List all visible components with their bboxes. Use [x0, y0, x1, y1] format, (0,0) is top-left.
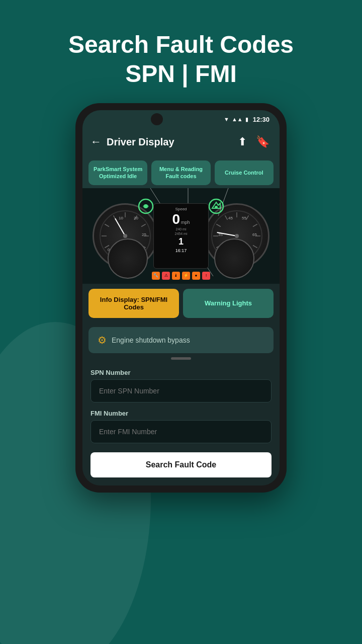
phone-mockup: ▼ ▲▲ ▮ 12:30 ← Driver Display ⬆ 🔖 ParkSm… — [75, 103, 287, 493]
svg-text:65: 65 — [252, 232, 257, 237]
status-time: 12:30 — [253, 116, 269, 123]
status-icons: ▼ ▲▲ ▮ 12:30 — [224, 116, 269, 123]
app-bar: ← Driver Display ⬆ 🔖 — [82, 128, 280, 155]
svg-text:45: 45 — [228, 216, 233, 220]
tab-section: Info Display: SPN/FMI Codes Warning Ligh… — [82, 284, 280, 323]
back-button[interactable]: ← — [90, 135, 102, 148]
warn-temp: 🌡 — [172, 272, 180, 280]
engine-shutdown-text: Engine shutdown bypass — [112, 336, 190, 344]
svg-line-25 — [253, 245, 257, 248]
svg-text:10: 10 — [119, 216, 123, 220]
page-header: Search Fault Codes SPN | FMI — [48, 0, 314, 103]
camera-notch — [151, 113, 163, 125]
warn-battery: ⚡ — [182, 272, 190, 280]
search-fault-button[interactable]: Search Fault Code — [90, 452, 272, 477]
odometer2: 2454 mi — [175, 232, 188, 235]
fmi-label: FMI Number — [90, 410, 272, 417]
quick-btn-cruise[interactable]: Cruise Control — [215, 160, 274, 185]
engine-shutdown-bar[interactable]: ⚙ Engine shutdown bypass — [88, 327, 274, 353]
svg-text:55: 55 — [242, 216, 246, 220]
center-display: Speed 0 mph 240 mi 2454 mi 1 16:17 — [153, 203, 209, 269]
svg-text:25: 25 — [142, 232, 146, 237]
warn-brake: ! — [202, 272, 210, 280]
svg-line-19 — [216, 224, 221, 226]
wifi-icon: ▼ — [224, 116, 229, 122]
left-indicator-icon — [138, 198, 154, 218]
phone-screen: ▼ ▲▲ ▮ 12:30 ← Driver Display ⬆ 🔖 ParkSm… — [82, 110, 280, 486]
notch-area — [93, 113, 221, 125]
svg-line-3 — [105, 224, 109, 226]
warn-tire: ● — [192, 272, 200, 280]
right-indicator-icon — [208, 198, 224, 218]
speed-label: Speed — [175, 207, 187, 211]
dashboard-background: 0 10 20 25 — [82, 188, 280, 284]
warn-oil: ⚠ — [162, 272, 170, 280]
warn-engine: 🔧 — [152, 272, 160, 280]
svg-point-11 — [123, 234, 127, 238]
svg-point-34 — [144, 204, 148, 208]
speed-unit: mph — [181, 220, 190, 225]
svg-line-22 — [246, 215, 249, 220]
svg-point-27 — [235, 234, 239, 238]
svg-line-23 — [253, 224, 257, 226]
quick-buttons-row: ParkSmart System Optimized Idle Menu & R… — [82, 155, 280, 188]
svg-text:35: 35 — [218, 232, 223, 237]
svg-line-20 — [225, 215, 228, 220]
share-icon[interactable]: ⬆ — [236, 133, 249, 150]
display-time: 16:17 — [175, 248, 187, 253]
status-bar: ▼ ▲▲ ▮ 12:30 — [82, 110, 280, 128]
svg-point-36 — [215, 206, 218, 209]
quick-btn-parksmart[interactable]: ParkSmart System Optimized Idle — [88, 160, 147, 185]
phone-frame: ▼ ▲▲ ▮ 12:30 ← Driver Display ⬆ 🔖 ParkSm… — [75, 103, 287, 493]
bookmark-icon[interactable]: 🔖 — [254, 133, 272, 150]
spn-label: SPN Number — [90, 369, 272, 376]
svg-line-7 — [141, 224, 146, 226]
form-section: SPN Number FMI Number Search Fault Code — [82, 365, 280, 486]
title-line2: SPN | FMI — [125, 60, 236, 87]
dashboard-area: 0 10 20 25 — [82, 188, 280, 284]
page-title: Search Fault Codes SPN | FMI — [68, 30, 294, 88]
drag-handle[interactable] — [171, 357, 191, 360]
app-bar-title: Driver Display — [107, 136, 231, 148]
engine-shutdown-icon: ⚙ — [98, 334, 107, 346]
odometer1: 240 mi — [175, 227, 186, 231]
battery-icon: ▮ — [245, 116, 248, 123]
tab-info-display[interactable]: Info Display: SPN/FMI Codes — [88, 289, 179, 318]
inner-gauge-right — [214, 238, 254, 279]
title-line1: Search Fault Codes — [68, 31, 294, 58]
warning-icons: 🔧 ⚠ 🌡 ⚡ ● ! — [152, 272, 210, 280]
speed-value: 0 — [172, 212, 180, 226]
spn-input[interactable] — [90, 379, 272, 403]
quick-btn-menu[interactable]: Menu & Reading Fault codes — [151, 160, 210, 185]
tab-row: Info Display: SPN/FMI Codes Warning Ligh… — [88, 289, 274, 318]
fmi-input[interactable] — [90, 420, 272, 443]
signal-icon: ▲▲ — [232, 116, 243, 122]
svg-line-10 — [115, 218, 125, 236]
inner-gauge-left — [108, 238, 148, 279]
gear-indicator: 1 — [178, 236, 184, 247]
tab-warning-lights[interactable]: Warning Lights — [183, 289, 274, 318]
